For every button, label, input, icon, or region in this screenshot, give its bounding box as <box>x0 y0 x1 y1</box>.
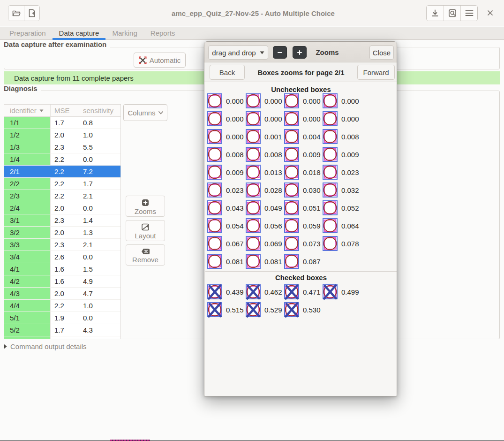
unchecked-box-item[interactable]: 0.000 <box>284 111 323 126</box>
new-project-button[interactable] <box>24 6 39 21</box>
unchecked-box-item[interactable]: 0.001 <box>246 129 284 144</box>
table-row[interactable]: 2/12.27.2 <box>4 166 120 178</box>
unchecked-boxes-label: Unchecked boxes <box>204 85 398 93</box>
table-row[interactable]: 1/32.35.5 <box>4 141 120 153</box>
sensitivity-cell <box>79 336 120 339</box>
menu-button[interactable] <box>460 6 477 21</box>
table-row[interactable]: 1/11.70.8 <box>4 117 120 129</box>
box-darkness-value: 0.515 <box>226 306 244 314</box>
table-row[interactable]: 5/21.74.3 <box>4 324 120 336</box>
unchecked-box-item[interactable]: 0.018 <box>284 165 323 180</box>
table-row[interactable]: 5/11.90.0 <box>4 312 120 324</box>
table-row[interactable]: 3/42.60.0 <box>4 251 120 263</box>
forward-button[interactable]: Forward <box>357 65 395 80</box>
unchecked-box-item[interactable]: 0.030 <box>284 182 323 198</box>
automatic-capture-button[interactable]: Automatic <box>134 53 186 68</box>
unchecked-box-item[interactable]: 0.081 <box>207 254 246 269</box>
unchecked-box-item[interactable]: 0.069 <box>246 236 284 251</box>
column-header-mse[interactable]: MSE <box>51 105 79 116</box>
table-row-partial[interactable] <box>4 336 120 339</box>
column-header-sensitivity[interactable]: sensitivity <box>79 105 120 116</box>
unchecked-box-item[interactable]: 0.009 <box>207 165 246 180</box>
back-button[interactable]: Back <box>210 65 245 80</box>
unchecked-box-item[interactable]: 0.051 <box>284 200 323 215</box>
unchecked-box-item[interactable]: 0.052 <box>323 200 361 215</box>
unchecked-box-item[interactable]: 0.000 <box>323 111 361 126</box>
unchecked-box-item[interactable]: 0.013 <box>246 165 284 180</box>
unchecked-box-item[interactable]: 0.067 <box>207 236 246 251</box>
unchecked-box-item[interactable]: 0.028 <box>246 182 284 198</box>
unchecked-box-item[interactable]: 0.000 <box>207 129 246 144</box>
unchecked-box-item[interactable]: 0.023 <box>207 182 246 198</box>
table-row[interactable]: 2/32.22.1 <box>4 190 120 202</box>
zooms-button[interactable]: Zooms <box>126 196 165 217</box>
checked-box-item[interactable]: 0.439 <box>207 284 246 299</box>
tab-marking[interactable]: Marking <box>105 27 143 40</box>
unchecked-box-item[interactable]: 0.073 <box>284 236 323 251</box>
tab-data-capture[interactable]: Data capture <box>53 27 106 40</box>
remove-button[interactable]: Remove <box>126 244 165 266</box>
layout-button[interactable]: Layout <box>126 220 165 241</box>
table-row[interactable]: 3/22.01.3 <box>4 227 120 239</box>
unchecked-box-item[interactable]: 0.000 <box>323 93 361 108</box>
zoom-out-button[interactable] <box>273 46 287 59</box>
table-row[interactable]: 4/32.04.7 <box>4 288 120 300</box>
unchecked-box-item[interactable]: 0.000 <box>246 93 284 108</box>
tab-reports[interactable]: Reports <box>144 27 182 40</box>
unchecked-box-item[interactable]: 0.000 <box>284 93 323 108</box>
columns-button[interactable]: Columns <box>123 104 167 121</box>
checked-box-item[interactable]: 0.529 <box>246 302 284 317</box>
unchecked-box-item[interactable]: 0.087 <box>284 254 323 269</box>
table-row[interactable]: 4/42.21.0 <box>4 300 120 312</box>
box-darkness-value: 0.008 <box>226 151 244 159</box>
unchecked-box-item[interactable]: 0.000 <box>246 111 284 126</box>
page-title: Boxes zooms for page 2/1 <box>245 62 357 82</box>
unchecked-box-item[interactable]: 0.008 <box>246 147 284 162</box>
unchecked-box-item[interactable]: 0.056 <box>246 218 284 233</box>
zoom-in-button[interactable] <box>293 46 307 59</box>
save-button[interactable] <box>427 6 444 21</box>
unchecked-box-image <box>246 254 261 269</box>
checked-box-item[interactable]: 0.515 <box>207 302 246 317</box>
table-row[interactable]: 3/12.31.4 <box>4 214 120 227</box>
table-row[interactable]: 1/22.01.0 <box>4 129 120 141</box>
unchecked-box-item[interactable]: 0.009 <box>284 147 323 162</box>
unchecked-box-item[interactable]: 0.078 <box>323 236 361 251</box>
dialog-title-bar: drag and drop Zooms Close <box>204 42 397 62</box>
unchecked-box-item[interactable]: 0.000 <box>207 93 246 108</box>
preview-button[interactable] <box>444 6 460 21</box>
identifier-cell: 2/3 <box>4 190 51 202</box>
command-output-expander[interactable]: Command output details <box>4 342 87 350</box>
column-header-identifier[interactable]: identifier <box>4 105 51 116</box>
unchecked-box-item[interactable]: 0.049 <box>246 200 284 215</box>
table-row[interactable]: 3/32.32.1 <box>4 239 120 251</box>
unchecked-box-item[interactable]: 0.081 <box>246 254 284 269</box>
open-project-button[interactable] <box>8 6 24 21</box>
identifier-cell: 1/2 <box>4 129 51 141</box>
unchecked-box-item[interactable]: 0.004 <box>284 129 323 144</box>
unchecked-box-item[interactable]: 0.000 <box>207 111 246 126</box>
checked-box-item[interactable]: 0.462 <box>246 284 284 299</box>
unchecked-box-item[interactable]: 0.008 <box>323 129 361 144</box>
table-row[interactable]: 2/22.21.7 <box>4 178 120 190</box>
unchecked-box-item[interactable]: 0.023 <box>323 165 361 180</box>
box-darkness-value: 0.004 <box>303 133 321 141</box>
unchecked-box-item[interactable]: 0.054 <box>207 218 246 233</box>
table-row[interactable]: 1/42.20.0 <box>4 153 120 166</box>
drag-and-drop-dropdown[interactable]: drag and drop <box>208 46 268 60</box>
unchecked-box-item[interactable]: 0.008 <box>207 147 246 162</box>
table-row[interactable]: 4/11.61.5 <box>4 263 120 275</box>
tab-preparation[interactable]: Preparation <box>3 27 53 40</box>
checked-box-item[interactable]: 0.499 <box>323 284 361 299</box>
checked-box-item[interactable]: 0.530 <box>284 302 323 317</box>
table-row[interactable]: 2/42.00.0 <box>4 202 120 214</box>
unchecked-box-item[interactable]: 0.032 <box>323 182 361 198</box>
table-row[interactable]: 4/21.64.9 <box>4 275 120 288</box>
unchecked-box-item[interactable]: 0.059 <box>284 218 323 233</box>
unchecked-box-item[interactable]: 0.043 <box>207 200 246 215</box>
checked-box-item[interactable]: 0.471 <box>284 284 323 299</box>
unchecked-box-item[interactable]: 0.064 <box>323 218 361 233</box>
dialog-close-button[interactable]: Close <box>369 46 394 60</box>
unchecked-box-item[interactable]: 0.009 <box>323 147 361 162</box>
close-window-button[interactable] <box>483 6 496 19</box>
